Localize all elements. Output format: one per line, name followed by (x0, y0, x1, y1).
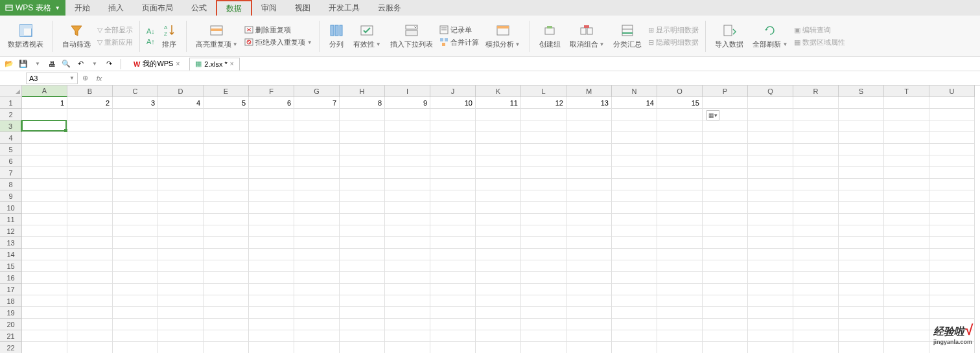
cell[interactable] (929, 225, 975, 237)
cell[interactable] (521, 179, 566, 190)
cell[interactable] (204, 120, 249, 132)
cell[interactable] (113, 272, 158, 284)
cell[interactable]: 4 (158, 97, 204, 109)
cell[interactable] (657, 319, 703, 330)
cell[interactable] (204, 284, 249, 295)
cell[interactable] (67, 132, 113, 144)
cell[interactable] (748, 307, 793, 319)
cell[interactable] (929, 214, 975, 225)
cell[interactable]: 14 (612, 97, 657, 109)
record-form-button[interactable]: 记录单 (439, 25, 479, 35)
cell[interactable] (884, 202, 929, 214)
cell[interactable] (612, 214, 657, 225)
cell[interactable] (748, 225, 793, 237)
cell[interactable] (22, 272, 67, 284)
cell[interactable] (612, 284, 657, 295)
cell[interactable] (67, 260, 113, 272)
cell[interactable] (113, 155, 158, 167)
column-header[interactable]: D (158, 85, 204, 97)
cell[interactable] (476, 260, 521, 272)
cell[interactable] (430, 132, 476, 144)
cell[interactable] (113, 284, 158, 295)
cell[interactable] (430, 167, 476, 179)
cell[interactable] (158, 109, 204, 120)
cell[interactable] (340, 260, 385, 272)
cell[interactable] (204, 109, 249, 120)
cell[interactable] (748, 167, 793, 179)
cell[interactable] (703, 260, 748, 272)
cell[interactable] (385, 167, 430, 179)
cell[interactable] (204, 167, 249, 179)
menu-tab-1[interactable]: 插入 (99, 0, 133, 16)
column-header[interactable]: K (476, 85, 521, 97)
cell[interactable] (884, 249, 929, 260)
cell[interactable] (793, 225, 839, 237)
cell[interactable] (612, 190, 657, 202)
cell[interactable] (249, 179, 294, 190)
autofilter-button[interactable]: 自动筛选 (60, 17, 93, 55)
cell[interactable] (839, 214, 884, 225)
cell[interactable] (929, 319, 975, 330)
paste-options-button[interactable]: ▦▾ (706, 110, 719, 120)
cell[interactable] (748, 132, 793, 144)
cell[interactable] (793, 109, 839, 120)
column-header[interactable]: L (521, 85, 566, 97)
cell[interactable] (476, 190, 521, 202)
cell[interactable] (521, 190, 566, 202)
cell[interactable] (884, 307, 929, 319)
cell[interactable] (158, 144, 204, 155)
cell[interactable] (158, 132, 204, 144)
row-header[interactable]: 11 (0, 214, 22, 225)
cell[interactable] (113, 179, 158, 190)
cell[interactable] (884, 342, 929, 353)
cell[interactable] (249, 342, 294, 353)
cell[interactable] (249, 295, 294, 307)
formula-input[interactable] (106, 73, 980, 84)
menu-tab-0[interactable]: 开始 (65, 0, 99, 16)
cell[interactable] (430, 120, 476, 132)
cell[interactable] (476, 179, 521, 190)
cell[interactable] (158, 179, 204, 190)
cell[interactable] (657, 295, 703, 307)
cell[interactable] (294, 214, 340, 225)
cell[interactable] (430, 202, 476, 214)
cell[interactable] (113, 225, 158, 237)
cell[interactable] (249, 155, 294, 167)
cell[interactable] (839, 132, 884, 144)
cell[interactable] (430, 190, 476, 202)
cell[interactable] (612, 237, 657, 249)
cell[interactable] (476, 109, 521, 120)
cell[interactable] (929, 237, 975, 249)
cell[interactable] (884, 319, 929, 330)
cell[interactable] (793, 120, 839, 132)
cell[interactable] (249, 330, 294, 342)
cell[interactable] (657, 190, 703, 202)
cell[interactable] (204, 272, 249, 284)
validation-button[interactable]: 有效性▼ (351, 17, 384, 55)
cell[interactable] (521, 284, 566, 295)
cell[interactable] (566, 109, 612, 120)
close-icon[interactable]: × (230, 60, 234, 67)
cell[interactable] (793, 167, 839, 179)
cell[interactable] (612, 155, 657, 167)
cell[interactable] (204, 295, 249, 307)
cell[interactable] (67, 284, 113, 295)
row-header[interactable]: 17 (0, 284, 22, 295)
cell[interactable] (657, 144, 703, 155)
cell[interactable] (793, 214, 839, 225)
cell[interactable] (748, 249, 793, 260)
cell[interactable] (340, 179, 385, 190)
cell[interactable] (566, 202, 612, 214)
cell[interactable]: 8 (340, 97, 385, 109)
print-icon[interactable]: 🖶 (47, 59, 57, 69)
cell[interactable] (884, 132, 929, 144)
pivot-table-button[interactable]: 数据透视表 (5, 17, 46, 55)
cell[interactable] (884, 272, 929, 284)
cell[interactable] (748, 295, 793, 307)
cell[interactable] (204, 132, 249, 144)
cell[interactable] (67, 109, 113, 120)
cell[interactable] (521, 295, 566, 307)
cell[interactable] (385, 225, 430, 237)
cell[interactable]: 9 (385, 97, 430, 109)
cell[interactable] (793, 202, 839, 214)
